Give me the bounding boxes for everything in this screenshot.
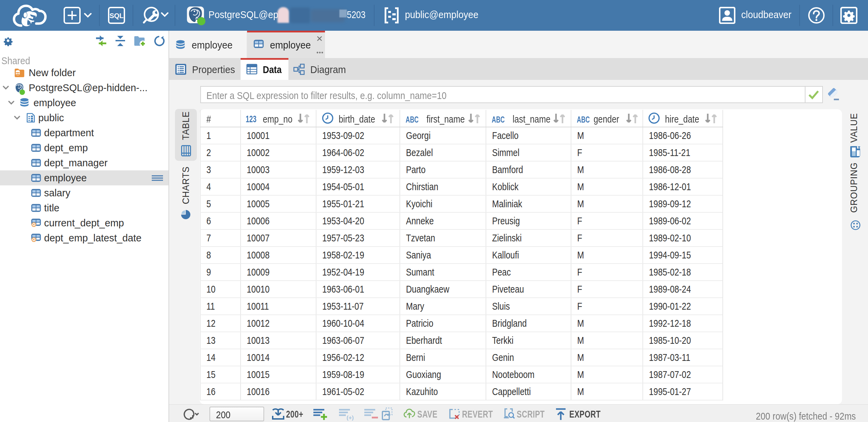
svg-text:SQL: SQL xyxy=(109,12,123,19)
svg-text:(+): (+) xyxy=(347,414,354,421)
